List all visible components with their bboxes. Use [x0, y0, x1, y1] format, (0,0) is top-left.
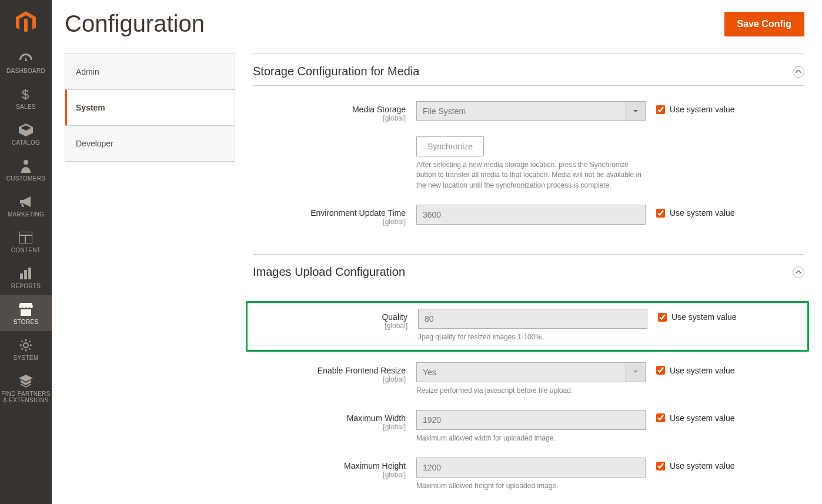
- field-frontend-resize: Enable Frontend Resize [global] Resize p…: [253, 362, 804, 396]
- field-synchronize: Synchronize After selecting a new media …: [253, 136, 804, 191]
- field-scope: [global]: [253, 470, 406, 479]
- nav-marketing[interactable]: MARKETING: [0, 188, 52, 223]
- field-max-width: Maximum Width [global] Maximum allowed w…: [253, 410, 804, 443]
- puzzle-icon: [18, 374, 34, 388]
- bars-icon: [18, 266, 34, 281]
- nav-label: MARKETING: [8, 211, 44, 218]
- svg-point-1: [24, 160, 28, 165]
- chevron-down-icon[interactable]: [626, 362, 646, 382]
- quality-note: Jpeg quality for resized images 1-100%.: [418, 332, 647, 342]
- nav-label: SALES: [16, 104, 36, 110]
- synchronize-button[interactable]: Synchronize: [416, 136, 484, 156]
- field-label: Environment Update Time: [253, 208, 406, 218]
- section-storage-header[interactable]: Storage Configuration for Media: [253, 54, 804, 86]
- tab-developer[interactable]: Developer: [65, 125, 235, 161]
- page-header: Configuration Save Config: [52, 0, 822, 54]
- field-quality: Quality [global] Jpeg quality for resize…: [255, 309, 803, 342]
- nav-partners[interactable]: FIND PARTNERS & EXTENSIONS: [0, 367, 52, 409]
- media-storage-value[interactable]: [416, 101, 646, 121]
- max-height-input[interactable]: [416, 458, 646, 478]
- field-label: Enable Frontend Resize: [253, 366, 406, 375]
- section-storage: Storage Configuration for Media Media St…: [253, 54, 804, 243]
- nav-label: CONTENT: [11, 247, 41, 253]
- max-height-note: Maximum allowed height for uploaded imag…: [416, 481, 646, 491]
- use-system-checkbox[interactable]: [656, 462, 665, 470]
- svg-rect-7: [28, 268, 31, 279]
- use-system-label: Use system value: [670, 105, 734, 114]
- use-system-checkbox[interactable]: [656, 209, 665, 218]
- section-images-header[interactable]: Images Upload Configuration: [253, 255, 804, 286]
- field-scope: [global]: [253, 423, 406, 431]
- nav-reports[interactable]: REPORTS: [0, 259, 52, 295]
- nav-sales[interactable]: $ SALES: [0, 80, 52, 116]
- frontend-resize-value[interactable]: [416, 362, 646, 382]
- field-label: Media Storage: [253, 105, 406, 114]
- quality-input[interactable]: [418, 309, 647, 329]
- use-system-checkbox[interactable]: [656, 105, 665, 114]
- max-width-note: Maximum allowed width for uploaded image…: [416, 433, 646, 443]
- svg-rect-6: [24, 270, 27, 279]
- save-config-button[interactable]: Save Config: [724, 12, 804, 36]
- nav-label: REPORTS: [11, 283, 41, 289]
- field-env-update: Environment Update Time [global] Use sys…: [253, 205, 804, 226]
- gauge-icon: [18, 51, 34, 65]
- nav-dashboard[interactable]: DASHBOARD: [0, 44, 52, 80]
- use-system-checkbox[interactable]: [656, 366, 665, 375]
- frontend-resize-note: Resize performed via javascript before f…: [416, 386, 646, 396]
- nav-catalog[interactable]: CATALOG: [0, 116, 52, 152]
- use-system-label: Use system value: [670, 461, 734, 470]
- field-label: Maximum Height: [253, 461, 406, 470]
- main-form: Storage Configuration for Media Media St…: [253, 54, 804, 504]
- nav-label: CUSTOMERS: [6, 175, 45, 182]
- use-system-checkbox[interactable]: [656, 413, 665, 422]
- chevron-up-icon: [793, 66, 804, 78]
- media-storage-select[interactable]: [416, 101, 646, 121]
- frontend-resize-select[interactable]: [416, 362, 646, 382]
- chevron-down-icon[interactable]: [626, 101, 646, 121]
- page-title: Configuration: [65, 11, 205, 37]
- gear-icon: [18, 338, 34, 352]
- env-update-input[interactable]: [416, 205, 646, 225]
- nav-label: FIND PARTNERS & EXTENSIONS: [0, 390, 52, 403]
- section-title: Images Upload Configuration: [253, 265, 405, 279]
- use-system-label: Use system value: [670, 208, 734, 218]
- nav-content[interactable]: CONTENT: [0, 223, 52, 259]
- max-width-input[interactable]: [416, 410, 646, 430]
- layout-icon: [18, 231, 34, 245]
- store-icon: [18, 302, 34, 316]
- magento-logo[interactable]: [0, 0, 52, 44]
- section-title: Storage Configuration for Media: [253, 65, 420, 78]
- use-system-checkbox[interactable]: [658, 313, 667, 322]
- field-max-height: Maximum Height [global] Maximum allowed …: [253, 458, 804, 491]
- nav-customers[interactable]: CUSTOMERS: [0, 152, 52, 188]
- tab-admin[interactable]: Admin: [65, 54, 235, 89]
- svg-point-8: [24, 343, 28, 348]
- nav-stores[interactable]: STORES: [0, 295, 52, 331]
- left-nav: DASHBOARD $ SALES CATALOG CUSTOMERS MARK…: [0, 0, 52, 504]
- person-icon: [18, 159, 34, 173]
- config-tabs: Admin System Developer: [65, 54, 235, 162]
- chevron-up-icon: [793, 266, 804, 278]
- svg-text:$: $: [22, 87, 29, 101]
- synchronize-note: After selecting a new media storage loca…: [416, 160, 646, 191]
- dollar-icon: $: [18, 87, 34, 101]
- nav-system[interactable]: SYSTEM: [0, 331, 52, 367]
- section-images: Images Upload Configuration Quality [glo…: [253, 255, 804, 495]
- field-label: Quality: [255, 312, 407, 322]
- use-system-label: Use system value: [671, 312, 736, 322]
- use-system-label: Use system value: [670, 366, 734, 375]
- nav-label: SYSTEM: [14, 355, 39, 361]
- box-icon: [18, 123, 34, 137]
- svg-rect-5: [20, 273, 23, 279]
- nav-label: DASHBOARD: [6, 68, 45, 74]
- field-scope: [global]: [253, 114, 406, 122]
- use-system-label: Use system value: [670, 413, 734, 423]
- field-label: Maximum Width: [253, 413, 406, 423]
- field-scope: [global]: [253, 218, 406, 226]
- megaphone-icon: [18, 195, 34, 209]
- nav-label: CATALOG: [12, 139, 40, 146]
- field-scope: [global]: [255, 322, 407, 330]
- highlight-quality: Quality [global] Jpeg quality for resize…: [246, 301, 809, 351]
- nav-label: STORES: [14, 319, 39, 325]
- tab-system[interactable]: System: [65, 89, 235, 125]
